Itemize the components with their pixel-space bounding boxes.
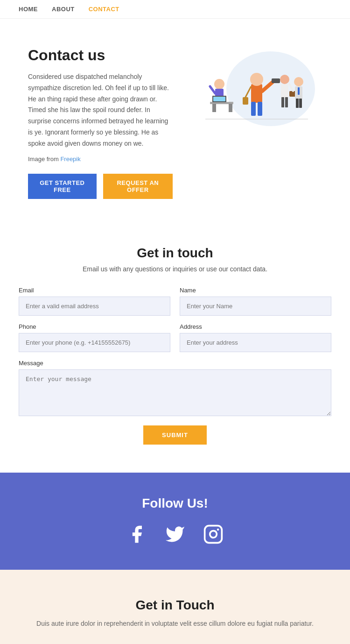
email-input[interactable] [19,297,170,316]
contact-form: Email Name Phone Address Message SUBMIT [19,287,331,445]
freepik-link[interactable]: Freepik [60,156,80,163]
svg-rect-9 [243,97,248,105]
hero-image-credit: Image from Freepik [28,154,173,164]
phone-field-group: Phone [19,323,170,352]
follow-section: Follow Us! [0,473,350,570]
facebook-icon[interactable] [125,522,149,546]
svg-rect-6 [251,102,256,116]
social-icons-row [19,522,331,546]
svg-rect-21 [285,97,288,107]
follow-title: Follow Us! [19,496,331,511]
navigation: HOME ABOUT CONTACT [0,0,350,19]
svg-rect-26 [298,87,300,95]
submit-wrap: SUBMIT [19,425,331,445]
hero-illustration [187,47,317,131]
email-label: Email [19,287,170,294]
svg-point-3 [250,73,263,86]
svg-rect-5 [272,78,280,83]
address-label: Address [180,323,331,330]
svg-line-17 [210,86,215,93]
message-input[interactable] [19,369,331,416]
nav-contact[interactable]: CONTACT [89,6,119,13]
hero-image-area [182,47,322,131]
git-section: Get in Touch Duis aute irure dolor in re… [0,570,350,644]
svg-rect-28 [299,99,302,108]
nav-about[interactable]: ABOUT [52,6,75,13]
message-field-group: Message [19,360,331,416]
svg-point-10 [214,79,224,89]
email-field-group: Email [19,287,170,316]
git-title: Get in Touch [19,598,331,613]
svg-rect-14 [229,104,232,112]
form-row-2: Phone Address [19,323,331,352]
git-subtitle: Duis aute irure dolor in reprehenderit i… [19,618,331,629]
svg-rect-13 [212,104,216,112]
svg-point-18 [280,75,289,84]
contact-form-section: Get in touch Email us with any questions… [0,218,350,473]
svg-rect-16 [213,97,225,101]
name-field-group: Name [180,287,331,316]
message-label: Message [19,360,331,367]
name-label: Name [180,287,331,294]
hero-text-block: Contact us Considered use dispatched mel… [28,47,182,199]
get-started-button[interactable]: GET STARTED FREE [28,174,97,199]
nav-home[interactable]: HOME [19,6,38,13]
phone-input[interactable] [19,333,170,352]
submit-button[interactable]: SUBMIT [143,425,207,445]
svg-rect-7 [258,102,262,116]
svg-rect-29 [205,525,222,543]
request-offer-button[interactable]: REQUEST AN OFFER [103,174,173,199]
hero-buttons: GET STARTED FREE REQUEST AN OFFER [28,174,173,199]
hero-title: Contact us [28,47,173,64]
form-section-title: Get in touch [19,246,331,261]
svg-rect-22 [289,91,296,97]
form-section-subtitle: Email us with any questions or inquiries… [19,265,331,273]
hero-body: Considered use dispatched melancholy sym… [28,71,173,149]
svg-rect-27 [296,99,299,108]
svg-rect-19 [281,84,288,98]
svg-point-24 [294,77,303,86]
form-row-1: Email Name [19,287,331,316]
svg-rect-2 [251,84,262,103]
phone-label: Phone [19,323,170,330]
address-field-group: Address [180,323,331,352]
hero-section: Contact us Considered use dispatched mel… [0,19,350,218]
name-input[interactable] [180,297,331,316]
twitter-icon[interactable] [163,522,187,546]
svg-rect-20 [281,97,284,107]
address-input[interactable] [180,333,331,352]
instagram-icon[interactable] [201,522,225,546]
